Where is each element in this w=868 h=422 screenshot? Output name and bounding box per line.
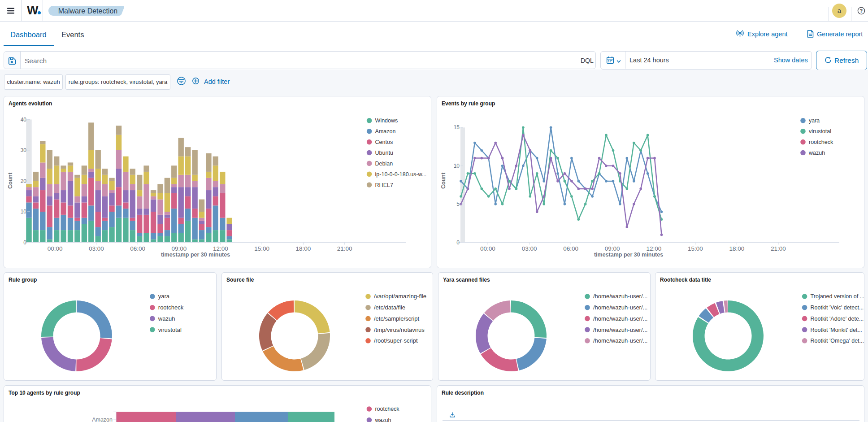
svg-text:06:00: 06:00 (563, 245, 578, 252)
svg-text:RHEL7: RHEL7 (375, 182, 393, 188)
svg-text:Windows: Windows (375, 117, 398, 124)
svg-text:15:00: 15:00 (688, 245, 703, 252)
svg-text:/home/wazuh-user/...: /home/wazuh-user/... (593, 293, 647, 300)
svg-text:00:00: 00:00 (480, 245, 495, 252)
svg-text:12:00: 12:00 (646, 245, 661, 252)
svg-text:wazuh: wazuh (158, 315, 175, 322)
svg-text:Ubuntu: Ubuntu (375, 150, 393, 156)
svg-text:/home/wazuh-user/...: /home/wazuh-user/... (593, 315, 647, 322)
svg-text:Centos: Centos (375, 139, 393, 145)
svg-text:21:00: 21:00 (337, 245, 352, 252)
svg-text:ip-10-0-0-180.us-w...: ip-10-0-0-180.us-w... (375, 171, 427, 178)
svg-text:Rootkit 'Monkit' det...: Rootkit 'Monkit' det... (811, 327, 862, 333)
svg-text:30: 30 (21, 147, 27, 153)
svg-text:/home/wazuh-user/...: /home/wazuh-user/... (593, 326, 647, 333)
svg-text:timestamp per 30 minutes: timestamp per 30 minutes (594, 252, 663, 258)
svg-text:/home/wazuh-user/...: /home/wazuh-user/... (593, 337, 647, 344)
svg-text:00:00: 00:00 (48, 245, 63, 252)
svg-text:06:00: 06:00 (130, 245, 145, 252)
svg-text:Amazon: Amazon (92, 417, 113, 422)
svg-text:21:00: 21:00 (771, 245, 786, 252)
svg-text:virustotal: virustotal (158, 326, 182, 333)
svg-text:wazuh: wazuh (374, 417, 391, 422)
svg-text:Count: Count (7, 172, 13, 189)
svg-text:yara: yara (809, 117, 820, 124)
svg-text:Count: Count (440, 172, 447, 189)
svg-text:Rootkit 'Adore' dete...: Rootkit 'Adore' dete... (811, 316, 864, 322)
svg-text:18:00: 18:00 (296, 245, 311, 252)
svg-text:Rootkit 'Volc' detect...: Rootkit 'Volc' detect... (811, 305, 864, 311)
svg-text:0: 0 (23, 239, 26, 246)
svg-text:5: 5 (456, 201, 460, 207)
svg-text:rootcheck: rootcheck (809, 139, 833, 145)
svg-text:/root/super-script: /root/super-script (374, 337, 418, 344)
svg-text:09:00: 09:00 (172, 245, 187, 252)
svg-text:timestamp per 30 minutes: timestamp per 30 minutes (161, 252, 230, 258)
svg-text:09:00: 09:00 (605, 245, 620, 252)
svg-text:/tmp/virus/notavirus: /tmp/virus/notavirus (374, 326, 425, 333)
svg-text:40: 40 (21, 117, 27, 123)
svg-text:Trojaned version of ...: Trojaned version of ... (811, 293, 864, 300)
svg-text:/home/wazuh-user/...: /home/wazuh-user/... (593, 304, 647, 311)
svg-text:Rootkit 'Omega' det...: Rootkit 'Omega' det... (811, 338, 864, 344)
svg-text:yara: yara (158, 293, 170, 300)
svg-text:18:00: 18:00 (729, 245, 745, 252)
svg-text:10: 10 (21, 209, 27, 215)
svg-text:10: 10 (454, 163, 460, 169)
svg-text:Amazon: Amazon (375, 128, 396, 135)
svg-text:virustotal: virustotal (809, 128, 831, 135)
svg-text:15:00: 15:00 (254, 245, 269, 252)
svg-text:/var/opt/amazing-file: /var/opt/amazing-file (374, 293, 426, 300)
svg-text:rootcheck: rootcheck (375, 406, 399, 412)
svg-text:rootcheck: rootcheck (158, 304, 184, 311)
svg-text:wazuh: wazuh (808, 150, 825, 156)
svg-text:/etc/sample/script: /etc/sample/script (374, 315, 420, 322)
svg-text:03:00: 03:00 (522, 245, 537, 252)
svg-text:20: 20 (21, 178, 27, 184)
svg-text:?: ? (860, 8, 863, 13)
svg-text:03:00: 03:00 (89, 245, 104, 252)
svg-text:Malware Detection: Malware Detection (58, 7, 118, 15)
svg-text:Debian: Debian (375, 161, 393, 167)
svg-text:0: 0 (456, 239, 460, 246)
svg-text:12:00: 12:00 (213, 245, 228, 252)
svg-text:/etc/data/file: /etc/data/file (374, 304, 405, 311)
svg-text:15: 15 (454, 124, 460, 131)
